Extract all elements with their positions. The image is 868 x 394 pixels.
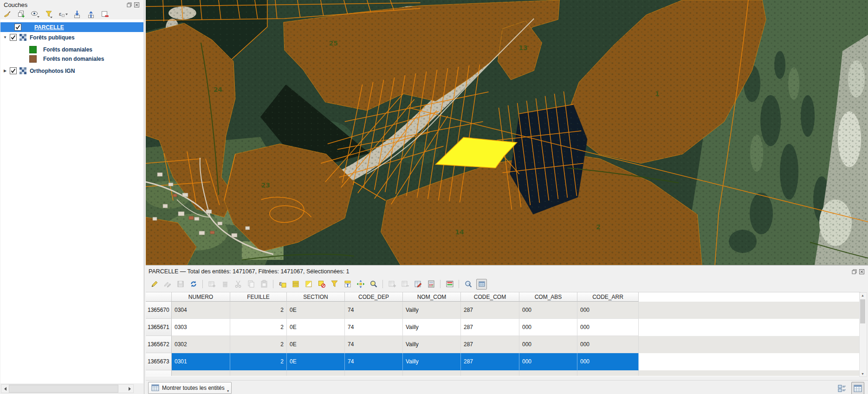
scroll-left-icon[interactable] — [1, 385, 9, 392]
table-cell[interactable]: 000 — [519, 319, 577, 336]
table-row[interactable]: 1365672030220E74Vailly287000000 — [146, 336, 861, 353]
table-cell[interactable]: 287 — [461, 302, 519, 319]
scroll-down-icon[interactable]: ▼ — [861, 372, 864, 375]
table-cell[interactable]: 2 — [230, 319, 287, 336]
table-cell[interactable]: 000 — [519, 353, 577, 370]
save-edits-icon[interactable] — [175, 279, 185, 289]
layer-checkbox[interactable] — [14, 24, 21, 31]
layer-checkbox[interactable] — [10, 34, 17, 41]
column-header-code_com[interactable]: CODE_COM — [461, 292, 519, 302]
table-cell[interactable]: 000 — [577, 370, 639, 376]
filter-by-expression-icon[interactable]: ε — [58, 10, 68, 19]
collapse-all-icon[interactable] — [86, 10, 96, 19]
table-cell[interactable]: 0302 — [172, 336, 230, 353]
table-vscrollbar[interactable]: ▲ ▼ — [859, 292, 867, 377]
add-group-icon[interactable] — [17, 10, 26, 19]
layer-checkbox[interactable] — [10, 67, 17, 74]
table-cell[interactable]: 0E — [287, 302, 345, 319]
table-cell[interactable]: 74 — [345, 302, 403, 319]
table-cell[interactable]: 74 — [345, 353, 403, 370]
zoom-to-selection-icon[interactable] — [369, 279, 378, 289]
select-by-form-icon[interactable] — [330, 279, 339, 289]
edit-field-icon[interactable] — [413, 279, 423, 289]
table-cell[interactable]: 0E — [287, 353, 345, 370]
table-cell[interactable]: 0303 — [172, 319, 230, 336]
table-cell[interactable]: 287 — [461, 336, 519, 353]
table-cell[interactable]: 74 — [345, 319, 403, 336]
select-by-expression-icon[interactable]: ε — [278, 279, 287, 289]
map-canvas[interactable]: 251324123214 — [146, 0, 868, 265]
table-cell[interactable]: 74 — [345, 370, 403, 376]
zoom-details-icon[interactable] — [463, 279, 473, 289]
close-panel-icon[interactable] — [859, 269, 864, 274]
table-cell[interactable]: Vailly — [403, 319, 461, 336]
table-cell[interactable]: 287 — [461, 353, 519, 370]
invert-selection-icon[interactable] — [304, 279, 313, 289]
new-field-icon[interactable] — [387, 279, 397, 289]
table-cell[interactable]: Vailly — [403, 353, 461, 370]
column-header-numero[interactable]: NUMERO — [172, 292, 230, 302]
form-view-toggle[interactable] — [836, 382, 849, 394]
table-row[interactable]: 1365670030420E74Vailly287000000 — [146, 302, 861, 319]
table-cell[interactable]: 0E — [287, 336, 345, 353]
conditional-formatting-icon[interactable] — [445, 279, 454, 289]
layers-panel-hscrollbar[interactable] — [1, 384, 134, 393]
scroll-right-icon[interactable] — [126, 385, 133, 392]
add-feature-icon[interactable] — [207, 279, 217, 289]
expand-all-icon[interactable] — [72, 10, 82, 19]
row-id-header[interactable]: 1365674 — [146, 370, 172, 376]
float-panel-icon[interactable] — [126, 2, 132, 7]
table-cell[interactable]: 2 — [230, 302, 287, 319]
table-row[interactable]: 1365671030320E74Vailly287000000 — [146, 319, 861, 336]
row-id-header[interactable]: 1365672 — [146, 336, 172, 353]
table-cell[interactable]: 000 — [577, 319, 639, 336]
row-id-header[interactable]: 1365670 — [146, 302, 172, 319]
manage-map-themes-icon[interactable] — [31, 10, 40, 19]
dock-attribute-table-icon[interactable] — [476, 279, 487, 290]
remove-layer-icon[interactable] — [100, 10, 110, 19]
table-cell[interactable]: 0300 — [172, 370, 230, 376]
float-panel-icon[interactable] — [851, 269, 857, 274]
cut-icon[interactable] — [233, 279, 243, 289]
table-cell[interactable]: 000 — [519, 302, 577, 319]
select-all-icon[interactable] — [291, 279, 300, 289]
collapse-arrow-icon[interactable]: ▼ — [0, 35, 10, 39]
table-cell[interactable]: 74 — [345, 336, 403, 353]
layer-item-forets-publiques[interactable]: ▼ Forêts publiques — [0, 32, 143, 42]
table-cell[interactable]: Vailly — [403, 336, 461, 353]
table-corner-header[interactable] — [146, 292, 172, 302]
table-cell[interactable]: 000 — [519, 336, 577, 353]
table-cell[interactable]: 2 — [230, 336, 287, 353]
delete-field-icon[interactable] — [400, 279, 410, 289]
row-id-header[interactable]: 1365673 — [146, 353, 172, 370]
table-cell[interactable]: 000 — [577, 302, 639, 319]
paste-icon[interactable] — [259, 279, 269, 289]
table-cell[interactable]: 000 — [577, 336, 639, 353]
column-header-com_abs[interactable]: COM_ABS — [519, 292, 577, 302]
table-cell[interactable]: 0E — [287, 319, 345, 336]
field-calculator-icon[interactable] — [426, 279, 436, 289]
column-header-nom_com[interactable]: NOM_COM — [403, 292, 461, 302]
scroll-up-icon[interactable]: ▲ — [861, 294, 864, 297]
deselect-all-icon[interactable] — [317, 279, 326, 289]
table-view-toggle[interactable] — [851, 382, 864, 394]
table-cell[interactable]: 2 — [230, 370, 287, 376]
open-layer-styling-icon[interactable] — [3, 10, 12, 19]
delete-selected-icon[interactable] — [220, 279, 230, 289]
filter-legend-icon[interactable] — [45, 10, 54, 19]
table-cell[interactable]: 0301 — [172, 353, 230, 370]
multi-edit-icon[interactable] — [162, 279, 172, 289]
table-cell[interactable]: 287 — [461, 319, 519, 336]
scrollbar-thumb[interactable] — [9, 385, 118, 393]
layer-item-orthophotos-ign[interactable]: ▶ Orthophotos IGN — [0, 66, 143, 76]
table-row[interactable]: 1365673030120E74Vailly287000000 — [146, 353, 861, 370]
toggle-editing-icon[interactable] — [149, 279, 159, 289]
column-header-code_arr[interactable]: CODE_ARR — [577, 292, 639, 302]
feature-filter-button[interactable]: Montrer toutes les entités ▼ — [148, 382, 232, 394]
reload-icon[interactable] — [188, 279, 198, 289]
table-cell[interactable]: Vailly — [403, 370, 461, 376]
table-cell[interactable]: 000 — [519, 370, 577, 376]
move-selection-to-top-icon[interactable] — [343, 279, 352, 289]
table-cell[interactable]: 0304 — [172, 302, 230, 319]
table-row[interactable]: 1365674030020E74Vailly287000000 — [146, 370, 861, 376]
